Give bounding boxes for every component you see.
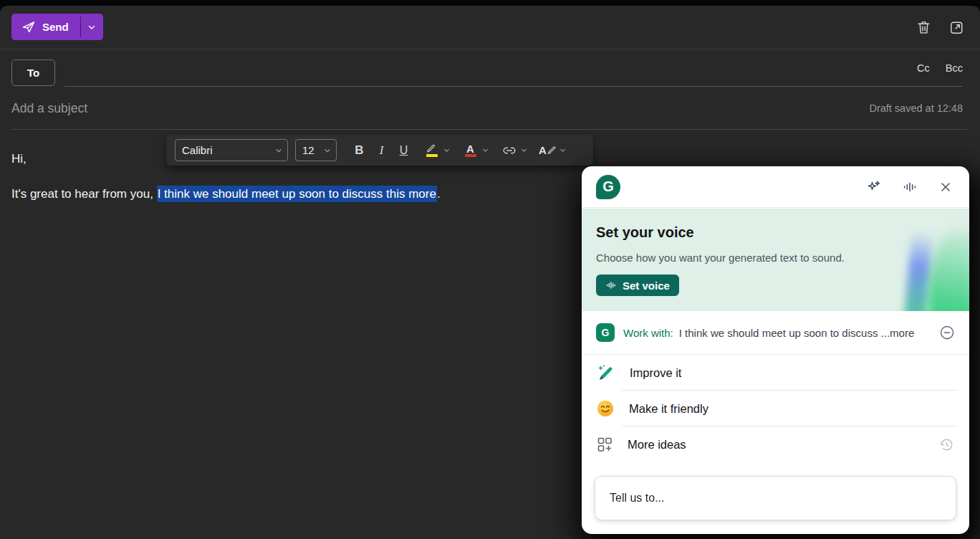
- send-label: Send: [42, 21, 69, 33]
- minus-circle-icon: [939, 325, 955, 340]
- pencil-sparkle-icon: [596, 363, 615, 383]
- subject-row: Draft saved at 12:48: [0, 87, 980, 130]
- styles-letter: A: [539, 146, 547, 155]
- highlight-color-swatch: [426, 154, 438, 157]
- grammarly-popup: G: [582, 166, 969, 534]
- font-family-select[interactable]: Calibri: [175, 139, 288, 161]
- bold-button[interactable]: B: [350, 139, 369, 161]
- banner-title: Set your voice: [596, 224, 694, 241]
- history-icon[interactable]: [938, 437, 955, 453]
- styles-button[interactable]: A: [538, 139, 557, 161]
- highlight-color-button[interactable]: [422, 139, 441, 161]
- compose-toolbar: Send: [0, 6, 980, 49]
- sentence-prefix: It's great to hear from you,: [11, 187, 157, 201]
- underline-button[interactable]: U: [394, 139, 413, 161]
- send-split-button: Send: [11, 14, 103, 40]
- chevron-down-icon: [443, 146, 451, 154]
- set-voice-button[interactable]: Set voice: [596, 275, 679, 296]
- insert-link-button[interactable]: [499, 139, 519, 161]
- waveform-icon: [902, 179, 918, 195]
- trash-icon: [916, 19, 932, 36]
- font-color-letter: A: [466, 144, 474, 153]
- generative-ai-button[interactable]: [865, 178, 883, 196]
- link-icon: [501, 144, 517, 157]
- prompt-input[interactable]: [595, 477, 956, 520]
- banner-gradient-decoration: [928, 230, 969, 311]
- grid-plus-icon: [596, 436, 613, 453]
- set-voice-banner: Set your voice Choose how you want your …: [582, 209, 969, 311]
- italic-button[interactable]: I: [372, 139, 391, 161]
- set-voice-label: Set voice: [623, 280, 670, 292]
- chevron-down-icon: [520, 146, 528, 154]
- work-with-row: G Work with: I think we should meet up s…: [582, 311, 969, 354]
- format-toolbar: Calibri 12 B I U A: [166, 135, 593, 166]
- discard-draft-button[interactable]: [914, 18, 933, 37]
- grammarly-header: G: [582, 166, 969, 208]
- chevron-down-icon: [559, 146, 567, 154]
- action-improve-it[interactable]: Improve it: [582, 355, 969, 391]
- pen-icon: [547, 146, 557, 155]
- chevron-down-icon: [274, 146, 283, 155]
- font-color-swatch: [465, 154, 476, 157]
- chevron-down-icon: [481, 146, 489, 154]
- banner-subtitle: Choose how you want your generated text …: [596, 252, 845, 264]
- recipients-row: To Cc Bcc: [0, 49, 980, 87]
- grammarly-logo: G: [596, 175, 620, 199]
- font-color-button[interactable]: A: [461, 139, 480, 161]
- subject-divider: [11, 129, 969, 130]
- action-make-it-friendly[interactable]: Make it friendly: [582, 391, 969, 426]
- send-button[interactable]: Send: [11, 14, 80, 40]
- action-more-ideas[interactable]: More ideas: [582, 426, 969, 462]
- smiley-icon: [596, 399, 615, 418]
- action-label: Make it friendly: [629, 402, 955, 416]
- action-label: Improve it: [630, 366, 955, 380]
- selected-text[interactable]: I think we should meet up soon to discus…: [157, 186, 437, 202]
- to-button[interactable]: To: [11, 59, 55, 86]
- prompt-box: [595, 476, 956, 520]
- collapse-button[interactable]: [939, 325, 955, 340]
- compose-window: Send: [0, 6, 980, 539]
- bcc-button[interactable]: Bcc: [946, 62, 963, 74]
- cc-button[interactable]: Cc: [917, 62, 930, 74]
- subject-input[interactable]: [11, 97, 656, 119]
- selected-text-icon: G: [596, 323, 615, 342]
- font-family-value: Calibri: [182, 144, 213, 156]
- action-label: More ideas: [628, 438, 924, 452]
- draft-status: Draft saved at 12:48: [869, 102, 963, 114]
- send-options-dropdown[interactable]: [81, 14, 103, 40]
- close-icon: [938, 180, 953, 194]
- sparkles-icon: [865, 178, 883, 196]
- highlighter-icon: [426, 143, 438, 153]
- chevron-down-icon: [323, 146, 332, 155]
- more-link[interactable]: ...more: [881, 327, 915, 339]
- greeting-text: Hi,: [11, 152, 27, 166]
- send-icon: [21, 19, 36, 34]
- work-with-label: Work with:: [623, 327, 673, 339]
- voice-settings-button[interactable]: [900, 178, 919, 196]
- close-popup-button[interactable]: [936, 178, 955, 196]
- sentence-suffix: .: [437, 187, 441, 201]
- font-size-value: 12: [302, 144, 314, 156]
- open-in-new-window-button[interactable]: [947, 18, 966, 37]
- waveform-icon: [605, 280, 617, 291]
- work-with-text: I think we should meet up soon to discus…: [679, 327, 932, 339]
- font-size-select[interactable]: 12: [295, 139, 337, 161]
- body-sentence: It's great to hear from you, I think we …: [11, 187, 441, 201]
- popout-icon: [948, 19, 965, 36]
- recipients-input[interactable]: [64, 49, 963, 87]
